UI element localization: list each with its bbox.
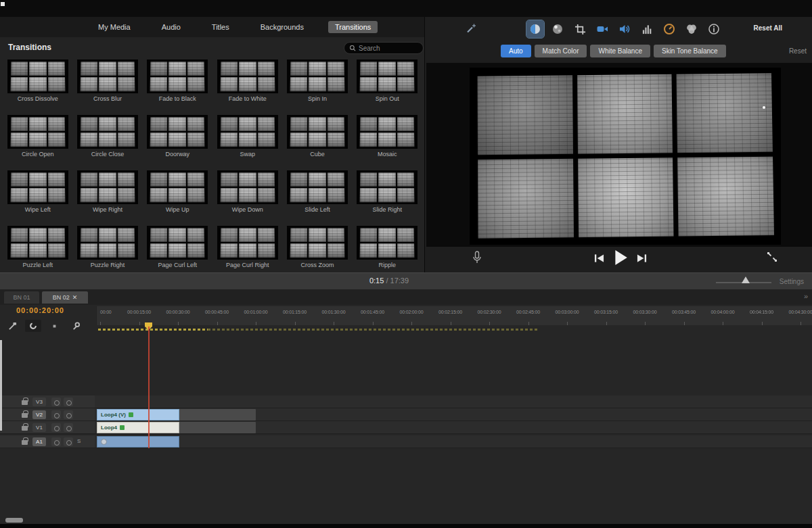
thumbnail-pane: [47, 117, 64, 131]
color-tab-auto[interactable]: Auto: [501, 45, 531, 57]
track-toggle-icon[interactable]: [51, 437, 61, 446]
microphone-icon[interactable]: [472, 251, 482, 264]
color-balance-icon[interactable]: [526, 20, 544, 38]
timeline-ruler[interactable]: 00:0000:00:15:0000:00:30:0000:00:45:0000…: [96, 306, 812, 325]
thumbnail-pane: [327, 228, 344, 242]
thumbnail-pane: [11, 117, 28, 131]
transition-item-spin-in[interactable]: Spin In: [282, 59, 352, 115]
lock-icon[interactable]: [22, 400, 28, 405]
thumbnail-panes: [290, 117, 345, 147]
transition-item-slide-left[interactable]: Slide Left: [282, 170, 352, 226]
transition-item-circle-open[interactable]: Circle Open: [3, 115, 72, 170]
color-correction-icon[interactable]: [549, 20, 566, 38]
sequence-tab-2[interactable]: BN 02 ✕: [42, 291, 88, 304]
clip-loop4-v[interactable]: Loop4 (V): [97, 409, 256, 421]
noise-eq-icon[interactable]: [638, 20, 656, 38]
transition-item-fade-to-black[interactable]: Fade to Black: [143, 59, 212, 115]
thumbnail-panes: [220, 228, 275, 258]
tab-audio[interactable]: Audio: [155, 21, 187, 33]
track-label-v1[interactable]: V1: [32, 423, 46, 432]
track-label-v3[interactable]: V3: [32, 398, 46, 406]
search-input[interactable]: Search: [344, 42, 424, 54]
color-tab-skin-tone-balance[interactable]: Skin Tone Balance: [654, 45, 726, 57]
marker-tool-icon[interactable]: [46, 320, 62, 332]
transition-item-cross-blur[interactable]: Cross Blur: [72, 59, 142, 115]
tab-transitions[interactable]: Transitions: [328, 21, 378, 33]
horizontal-scrollbar-thumb[interactable]: [5, 518, 23, 523]
lock-icon[interactable]: [22, 440, 28, 445]
track-toggle-icon[interactable]: [51, 398, 61, 406]
wrench-tool-icon[interactable]: [67, 320, 83, 332]
crop-icon[interactable]: [571, 20, 589, 38]
zoom-slider-thumb[interactable]: [742, 277, 750, 283]
thumbnail-pane: [29, 243, 47, 258]
volume-icon[interactable]: [616, 20, 633, 38]
cut-tool-icon[interactable]: [4, 320, 20, 332]
thumbnail-pane: [397, 62, 414, 76]
track-label-v2[interactable]: V2: [32, 410, 46, 419]
transition-item-wipe-left[interactable]: Wipe Left: [3, 170, 72, 226]
next-frame-icon[interactable]: [637, 254, 647, 263]
transition-item-slide-right[interactable]: Slide Right: [353, 170, 422, 226]
app-window: My MediaAudioTitlesBackgroundsTransition…: [0, 0, 812, 528]
thumbnail-pane: [169, 188, 187, 202]
expand-icon[interactable]: [767, 251, 777, 262]
clip-status-badge: [129, 412, 133, 417]
thumbnail-pane: [360, 228, 377, 242]
transition-item-spin-out[interactable]: Spin Out: [353, 59, 422, 115]
tab-my-media[interactable]: My Media: [91, 21, 137, 33]
solo-button[interactable]: S: [77, 438, 81, 444]
previous-frame-icon[interactable]: [594, 254, 604, 263]
reset-all-button[interactable]: Reset All: [754, 24, 782, 32]
enhance-wand-icon[interactable]: [466, 23, 476, 34]
thumbnail-panes: [360, 117, 415, 147]
tab-overflow-icon[interactable]: »: [804, 292, 808, 300]
clip-audio[interactable]: [97, 436, 179, 448]
color-tab-white-balance[interactable]: White Balance: [590, 45, 650, 57]
ruler-tick: [100, 322, 101, 325]
thumbnail-pane: [239, 117, 256, 131]
track-toggle-icon[interactable]: [64, 423, 73, 432]
transition-item-fade-to-white[interactable]: Fade to White: [212, 59, 282, 115]
transition-item-cross-dissolve[interactable]: Cross Dissolve: [3, 59, 72, 115]
settings-button[interactable]: Settings: [780, 278, 804, 285]
track-toggle-icon[interactable]: [64, 437, 73, 446]
ruler-tick: [373, 322, 374, 325]
transition-item-swap[interactable]: Swap: [212, 115, 282, 170]
transition-item-wipe-up[interactable]: Wipe Up: [143, 170, 212, 226]
clip-status-badge: [120, 425, 125, 430]
transition-label: Spin In: [282, 95, 352, 102]
transition-item-circle-close[interactable]: Circle Close: [72, 115, 142, 170]
play-icon[interactable]: [613, 249, 628, 266]
track-toggle-icon[interactable]: [51, 423, 61, 432]
clip-loop4[interactable]: Loop4: [97, 422, 256, 433]
transition-thumbnail: [7, 59, 68, 93]
transition-item-wipe-right[interactable]: Wipe Right: [72, 170, 142, 226]
speed-icon[interactable]: [660, 20, 678, 38]
lock-icon[interactable]: [22, 413, 28, 418]
transition-item-cube[interactable]: Cube: [282, 115, 352, 170]
lock-icon[interactable]: [22, 426, 28, 431]
track-toggle-icon[interactable]: [64, 398, 73, 406]
tab-backgrounds[interactable]: Backgrounds: [254, 21, 311, 33]
sequence-tab-1[interactable]: BN 01: [4, 291, 39, 304]
track-toggle-icon[interactable]: [51, 410, 61, 419]
snap-tool-icon[interactable]: [25, 320, 41, 332]
color-tab-match-color[interactable]: Match Color: [535, 45, 587, 57]
sequence-tab-2-label: BN 02: [53, 294, 70, 301]
transition-item-wipe-down[interactable]: Wipe Down: [212, 170, 282, 226]
thumbnail-pane: [257, 77, 275, 91]
track-toggle-icon[interactable]: [64, 410, 73, 419]
track-label-a1[interactable]: A1: [32, 437, 46, 446]
transition-item-mosaic[interactable]: Mosaic: [353, 115, 422, 170]
clip-filter-icon[interactable]: [683, 20, 700, 38]
reset-button[interactable]: Reset: [789, 47, 807, 55]
thumbnail-pane: [81, 62, 97, 76]
stabilization-icon[interactable]: [593, 20, 611, 38]
close-tab-icon[interactable]: ✕: [72, 294, 78, 301]
thumbnail-pane: [99, 62, 116, 76]
tab-titles[interactable]: Titles: [205, 21, 236, 33]
clip-label: Loop4: [101, 425, 117, 431]
info-icon[interactable]: [705, 20, 723, 38]
transition-item-doorway[interactable]: Doorway: [143, 115, 212, 170]
